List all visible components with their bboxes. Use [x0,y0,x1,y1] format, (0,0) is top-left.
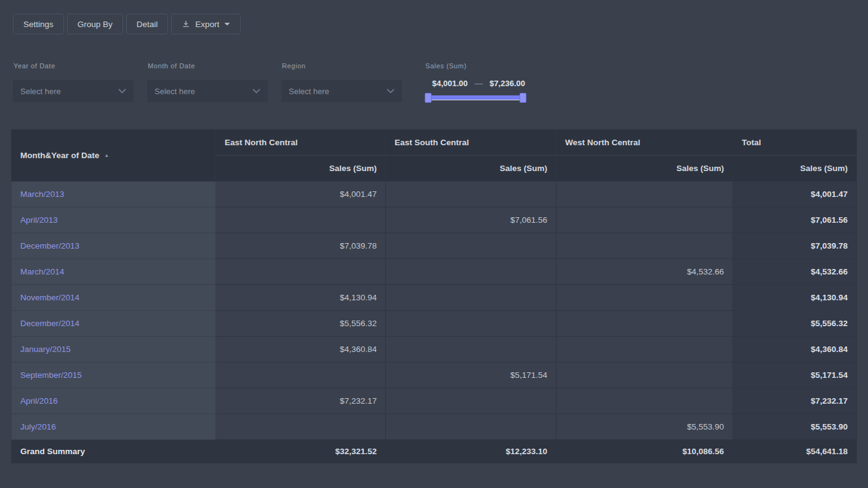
row-label[interactable]: April/2016 [12,388,216,414]
row-label[interactable]: March/2013 [12,182,216,207]
column-header-total: Total [733,130,857,156]
filter-year-of-date: Year of Date Select here [13,62,134,102]
year-of-date-select[interactable]: Select here [13,80,134,102]
row-label[interactable]: July/2016 [12,414,216,440]
range-values: $4,001.00 — $7,236.00 [425,79,526,88]
region-placeholder: Select here [289,87,329,96]
value-cell [557,337,733,362]
export-button-label: Export [195,20,219,29]
value-cell [557,311,733,337]
pivot-table: Month&Year of Date▲ East North Central E… [11,129,857,463]
sort-ascending-icon: ▲ [104,153,109,158]
chevron-down-icon [252,89,260,94]
download-icon [182,20,190,28]
detail-button[interactable]: Detail [126,14,169,34]
total-value-cell: $7,039.78 [733,233,857,259]
region-select[interactable]: Select here [281,80,402,102]
export-button[interactable]: Export [171,14,241,34]
row-label[interactable]: January/2015 [12,337,216,362]
measure-header: Sales (Sum) [557,156,733,182]
range-slider-handle-min[interactable] [425,93,432,103]
table-row: January/2015$4,360.84$4,360.84 [12,337,857,362]
total-value-cell: $5,171.54 [733,362,857,388]
row-label[interactable]: November/2014 [12,285,216,311]
month-of-date-select[interactable]: Select here [147,80,268,102]
grand-summary-value: $32,321.52 [216,440,386,463]
total-value-cell: $5,553.90 [733,414,857,440]
row-header-month-year-sort[interactable]: Month&Year of Date▲ [12,130,216,182]
filter-label-region: Region [281,62,402,70]
filter-sales-sum: Sales (Sum) $4,001.00 — $7,236.00 [425,62,526,103]
value-cell [216,414,386,440]
value-cell: $7,061.56 [386,207,557,233]
value-cell: $4,360.84 [216,337,386,362]
value-cell [557,182,733,207]
column-header-east-south-central: East South Central [386,130,557,156]
pivot-table-container: Month&Year of Date▲ East North Central E… [11,129,856,463]
value-cell [386,414,557,440]
grand-summary-row: Grand Summary $32,321.52 $12,233.10 $10,… [12,440,857,463]
row-header-label: Month&Year of Date [20,151,99,160]
row-label[interactable]: December/2014 [12,311,216,337]
chevron-down-icon [118,89,126,94]
year-of-date-placeholder: Select here [20,87,61,96]
value-cell [386,182,557,207]
range-slider-rail [428,100,523,100]
total-value-cell: $4,532.66 [733,259,857,285]
group-by-button-label: Group By [78,20,113,29]
detail-button-label: Detail [137,20,158,29]
table-row: April/2013$7,061.56$7,061.56 [12,207,857,233]
filter-region: Region Select here [281,62,402,102]
table-row: March/2013$4,001.47$4,001.47 [12,182,857,207]
range-separator: — [471,79,486,88]
value-cell [386,311,557,337]
filter-bar: Year of Date Select here Month of Date S… [13,62,868,103]
grand-summary-value: $12,233.10 [386,440,557,463]
value-cell [557,207,733,233]
filter-label-sales-sum: Sales (Sum) [425,62,526,70]
value-cell: $4,001.47 [216,182,386,207]
value-cell: $5,171.54 [386,362,557,388]
range-slider-handle-max[interactable] [520,93,526,103]
table-row: July/2016$5,553.90$5,553.90 [12,414,857,440]
value-cell [557,388,733,414]
settings-button-label: Settings [23,20,54,29]
value-cell: $5,553.90 [557,414,733,440]
value-cell [557,362,733,388]
pivot-table-footer: Grand Summary $32,321.52 $12,233.10 $10,… [12,440,857,463]
chevron-down-icon [387,89,395,94]
total-value-cell: $5,556.32 [733,311,857,337]
table-row: December/2014$5,556.32$5,556.32 [12,311,857,337]
total-value-cell: $7,232.17 [733,388,857,414]
total-value-cell: $4,001.47 [733,182,857,207]
row-label[interactable]: March/2014 [12,259,216,285]
value-cell: $7,039.78 [216,233,386,259]
range-max-value: $7,236.00 [489,79,525,88]
month-of-date-placeholder: Select here [155,87,195,96]
value-cell: $4,532.66 [557,259,733,285]
caret-down-icon [224,22,230,26]
value-cell [386,233,557,259]
settings-button[interactable]: Settings [13,14,64,34]
group-by-button[interactable]: Group By [67,14,123,34]
row-label[interactable]: September/2015 [12,362,216,388]
filter-month-of-date: Month of Date Select here [147,62,268,102]
column-header-east-north-central: East North Central [216,130,386,156]
range-slider-track[interactable] [425,93,526,103]
total-value-cell: $4,130.94 [733,285,857,311]
value-cell: $5,556.32 [216,311,386,337]
filter-label-year-of-date: Year of Date [13,62,134,70]
toolbar: Settings Group By Detail Export [0,0,868,34]
value-cell [386,388,557,414]
value-cell [557,233,733,259]
grand-summary-value: $10,086.56 [557,440,733,463]
value-cell: $7,232.17 [216,388,386,414]
value-cell [386,337,557,362]
grand-summary-value: $54,641.18 [733,440,857,463]
total-value-cell: $4,360.84 [733,337,857,362]
measure-header: Sales (Sum) [733,156,857,182]
row-label[interactable]: December/2013 [12,233,216,259]
table-row: September/2015$5,171.54$5,171.54 [12,362,857,388]
row-label[interactable]: April/2013 [12,207,216,233]
pivot-table-body: March/2013$4,001.47$4,001.47April/2013$7… [12,182,857,440]
